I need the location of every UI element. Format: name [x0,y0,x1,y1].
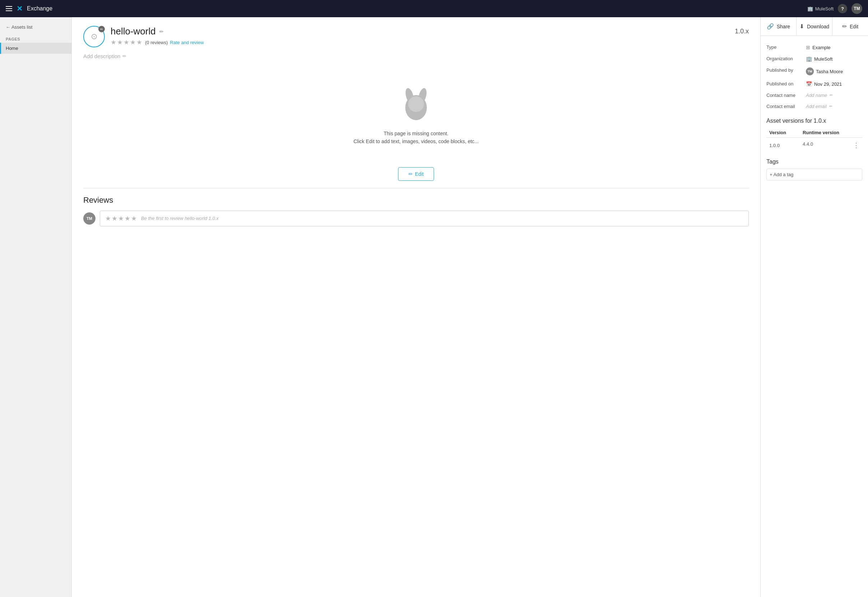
hamburger-menu[interactable] [6,6,12,11]
review-input-row: TM ★★★★★ Be the first to review hello-wo… [83,211,749,226]
asset-name: hello-world [110,26,156,37]
meta-contact-name-value[interactable]: Add name ✏ [806,92,862,98]
versions-table: Version Runtime version 1.0.0 4.4.0 ⋮ [767,128,862,153]
camera-icon: ⊙ [91,32,97,41]
nav-right: 🏢 MuleSoft ? TM [807,3,862,14]
asset-title-area: hello-world ✏ 1.0.x ★★★★★ (0 reviews) Ra… [110,26,749,46]
asset-header: ⊙ ✏ hello-world ✏ 1.0.x ★★★★★ (0 reviews… [83,26,749,48]
meta-type-row: Type ⊞ Example [767,42,862,53]
meta-org-value: 🏢 MuleSoft [806,56,862,62]
edit-button-wrap: ✏ Edit [83,167,749,181]
asset-versions-title: Asset versions for 1.0.x [767,118,862,124]
meta-published-by-value: TM Tasha Moore [806,67,862,75]
meta-contact-email-value[interactable]: Add email ✏ [806,104,862,109]
runtime-version-cell: 4.4.0 ⋮ [800,138,862,153]
right-panel-body: Type ⊞ Example Organization 🏢 MuleSoft P… [761,36,868,186]
description-area[interactable]: Add description ✏ [83,53,749,59]
asset-icon-wrap: ⊙ ✏ [83,26,105,48]
right-panel: 🔗 Share ⬇ Download ✏ Edit Type ⊞ Example [760,17,868,597]
stars-row: ★★★★★ (0 reviews) Rate and review [110,39,749,46]
rating-stars: ★★★★★ [110,39,143,46]
svg-point-3 [408,96,424,112]
meta-type-value: ⊞ Example [806,45,862,50]
type-icon: ⊞ [806,45,810,50]
empty-state-title: This page is missing content. Click Edit… [91,129,741,146]
logo-icon: ✕ [16,4,22,13]
app-title: Exchange [27,5,803,12]
review-stars-input: ★★★★★ [105,215,137,223]
review-placeholder: Be the first to review hello-world 1.0.x [141,215,219,221]
version-row: 1.0.0 4.4.0 ⋮ [767,138,862,153]
org-icon: 🏢 [807,6,813,12]
contact-name-edit-icon[interactable]: ✏ [829,93,832,98]
empty-bunny-illustration [395,81,438,124]
add-tag-button[interactable]: + Add a tag [767,169,862,180]
share-icon: 🔗 [767,23,774,30]
meta-contact-name-row: Contact name Add name ✏ [767,90,862,101]
content-area: ⊙ ✏ hello-world ✏ 1.0.x ★★★★★ (0 reviews… [72,17,760,235]
assets-list-link[interactable]: ← Assets list [0,22,71,33]
edit-pencil-icon: ✏ [408,171,413,177]
meta-published-on-row: Published on 📅 Nov 29, 2021 [767,78,862,90]
mulesoft-label: 🏢 MuleSoft [807,6,834,12]
help-button[interactable]: ? [838,4,847,13]
version-cell: 1.0.0 [767,138,800,153]
edit-badge-icon: ✏ [98,26,105,32]
tags-title: Tags [767,159,862,165]
sidebar-item-home[interactable]: Home [0,43,71,54]
reviews-title: Reviews [83,196,749,205]
edit-button[interactable]: ✏ Edit [832,17,868,36]
meta-published-on-value: 📅 Nov 29, 2021 [806,81,862,87]
org-icon: 🏢 [806,56,812,62]
edit-icon: ✏ [842,23,847,30]
empty-state: This page is missing content. Click Edit… [83,66,749,160]
meta-published-by-row: Published by TM Tasha Moore [767,65,862,78]
user-avatar[interactable]: TM [852,3,862,14]
sidebar: ← Assets list PAGES Home [0,17,72,597]
main-content: ⊙ ✏ hello-world ✏ 1.0.x ★★★★★ (0 reviews… [72,17,760,597]
asset-version: 1.0.x [735,28,749,35]
review-count: (0 reviews) [145,40,168,45]
meta-contact-email-row: Contact email Add email ✏ [767,101,862,112]
share-button[interactable]: 🔗 Share [761,17,797,36]
divider [83,188,749,189]
version-more-button[interactable]: ⋮ [853,141,859,149]
contact-email-edit-icon[interactable]: ✏ [829,104,832,109]
publisher-avatar: TM [806,67,814,75]
reviewer-avatar: TM [83,212,95,224]
body-layout: ← Assets list PAGES Home ⊙ ✏ hello-world… [0,17,868,597]
tags-section: Tags + Add a tag [767,159,862,180]
reviews-section: Reviews TM ★★★★★ Be the first to review … [83,196,749,226]
rate-review-link[interactable]: Rate and review [170,40,204,45]
review-input-box[interactable]: ★★★★★ Be the first to review hello-world… [100,211,749,226]
meta-org-row: Organization 🏢 MuleSoft [767,53,862,65]
top-nav: ✕ Exchange 🏢 MuleSoft ? TM [0,0,868,17]
asset-name-edit-icon[interactable]: ✏ [159,29,164,34]
calendar-icon: 📅 [806,81,812,87]
right-panel-actions: 🔗 Share ⬇ Download ✏ Edit [761,17,868,36]
pages-label: PAGES [0,33,71,43]
download-icon: ⬇ [800,23,804,30]
edit-content-button[interactable]: ✏ Edit [398,167,434,181]
version-column-header: Version [767,128,800,138]
download-button[interactable]: ⬇ Download [797,17,832,36]
runtime-version-column-header: Runtime version [800,128,862,138]
description-edit-icon: ✏ [122,53,127,59]
asset-title-row: hello-world ✏ 1.0.x [110,26,749,37]
